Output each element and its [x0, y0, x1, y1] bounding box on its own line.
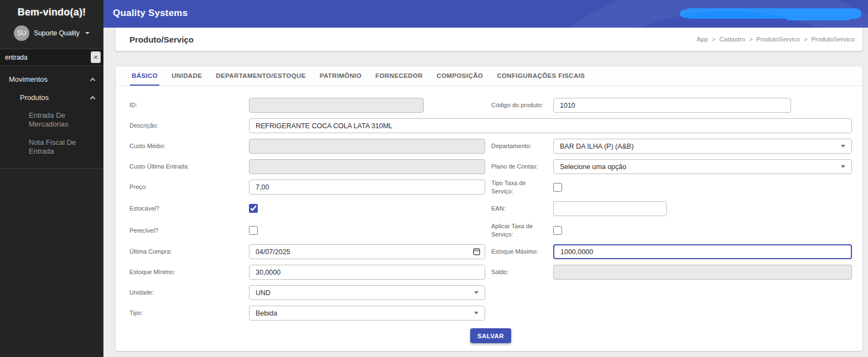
- calendar-icon[interactable]: [473, 248, 480, 255]
- tipo-taxa-servico-label: Tipo Taxa de Serviço:: [491, 179, 553, 196]
- sidebar-item-movimentos[interactable]: Movimentos: [0, 70, 103, 88]
- aplicar-taxa-servico-checkbox[interactable]: [553, 226, 562, 235]
- breadcrumb-item[interactable]: Cadastro: [719, 36, 745, 43]
- basico-form: ID: Código do produto: Descrição: Custo …: [116, 86, 862, 343]
- form-actions: SALVAR: [129, 328, 852, 343]
- top-navbar: Quality Systems: [103, 0, 868, 28]
- selected-value: BAR DA ILHA (P) (A&B): [560, 143, 633, 150]
- main-area: Quality Systems Produto/Serviço App > Ca…: [103, 0, 868, 357]
- aplicar-taxa-servico-label: Aplicar Taxa de Serviço:: [491, 222, 553, 239]
- date-value[interactable]: 04/07/2025: [249, 244, 485, 259]
- estoque-minimo-field[interactable]: [249, 265, 485, 280]
- ean-field[interactable]: [553, 201, 667, 216]
- menu-label: Produtos: [20, 93, 49, 102]
- estoque-maximo-label: Estoque Máximo:: [491, 248, 553, 256]
- tab-unidade[interactable]: UNIDADE: [170, 66, 204, 86]
- form-row: Estocável? EAN:: [129, 197, 852, 219]
- chevron-up-icon: [90, 77, 96, 83]
- menu-label: Movimentos: [9, 75, 48, 83]
- save-button[interactable]: SALVAR: [470, 328, 511, 343]
- breadcrumb-item[interactable]: App: [697, 36, 708, 43]
- selected-value: UND: [256, 289, 271, 297]
- dropdown-caret-icon: [474, 291, 479, 294]
- dropdown-caret-icon: [841, 145, 845, 148]
- sidebar-item-entrada-de-mercadorias[interactable]: Entrada De Mercadorias: [0, 107, 94, 134]
- tab-basico[interactable]: BÁSICO: [130, 66, 159, 86]
- descricao-field[interactable]: [249, 118, 852, 133]
- departamento-select[interactable]: BAR DA ILHA (P) (A&B): [553, 139, 852, 154]
- saldo-field: [553, 265, 852, 280]
- tab-fornecedor[interactable]: FORNECEDOR: [374, 66, 425, 86]
- tab-departamento-estoque[interactable]: DEPARTAMENTO/ESTOQUE: [214, 66, 307, 86]
- product-form-card: BÁSICO UNIDADE DEPARTAMENTO/ESTOQUE PATR…: [116, 66, 862, 351]
- user-caret-icon: [85, 32, 90, 34]
- search-input[interactable]: [5, 54, 91, 61]
- id-field: [249, 98, 424, 113]
- plano-de-contas-select[interactable]: Selecione uma opção: [553, 159, 852, 174]
- selected-value: Selecione uma opção: [560, 163, 626, 171]
- custo-ultima-entrada-field: [249, 159, 485, 174]
- sidebar-search: ×: [0, 49, 103, 66]
- ultima-compra-datefield[interactable]: 04/07/2025: [249, 244, 485, 259]
- sidebar-menu: Movimentos Produtos Entrada De Mercadori…: [0, 66, 103, 169]
- welcome-text: Bem-vindo(a)!: [4, 7, 99, 18]
- estoque-maximo-field[interactable]: [553, 244, 852, 259]
- page-header-card: Produto/Serviço App > Cadastro > Produto…: [116, 28, 862, 51]
- perecivel-label: Perecível?: [129, 227, 249, 235]
- clear-search-icon[interactable]: ×: [91, 51, 101, 63]
- form-row: Custo Médio: Departamento: BAR DA ILHA (…: [129, 136, 852, 156]
- tab-configuracoes-fiscais[interactable]: CONFIGURAÇÕES FISCAIS: [495, 66, 586, 86]
- custo-ultima-entrada-label: Custo Última Entrada:: [129, 162, 249, 171]
- form-row: Preço: Tipo Taxa de Serviço:: [129, 177, 852, 197]
- ean-label: EAN:: [491, 204, 553, 213]
- preco-field[interactable]: [249, 180, 485, 195]
- breadcrumb-item[interactable]: ProdutoServico: [811, 36, 855, 43]
- form-row: Custo Última Entrada: Plano de Contas: S…: [129, 156, 852, 177]
- unidade-select[interactable]: UND: [249, 285, 485, 300]
- breadcrumb-separator: >: [804, 36, 807, 43]
- id-label: ID:: [129, 101, 249, 109]
- breadcrumb-item[interactable]: ProdutoServico: [756, 36, 800, 43]
- descricao-label: Descrição:: [129, 122, 249, 130]
- form-tabs: BÁSICO UNIDADE DEPARTAMENTO/ESTOQUE PATR…: [116, 66, 862, 86]
- sidebar-item-nota-fiscal-de-entrada[interactable]: Nota Fiscal De Entrada: [0, 134, 89, 161]
- form-row: Tipo: Bebida: [129, 303, 852, 323]
- dropdown-caret-icon: [474, 312, 479, 314]
- app-root: Bem-vindo(a)! SU Suporte Quality × Movim…: [0, 0, 868, 357]
- app-title: Quality Systems: [113, 8, 188, 19]
- tab-patrimonio[interactable]: PATRIMÔNIO: [318, 66, 363, 86]
- form-row: ID: Código do produto:: [129, 95, 852, 116]
- breadcrumb-separator: >: [749, 36, 752, 43]
- unidade-label: Unidade:: [129, 288, 249, 297]
- sidebar-footer-space: [0, 169, 103, 357]
- dropdown-caret-icon: [841, 165, 845, 168]
- codigo-field[interactable]: [553, 98, 791, 113]
- estoque-minimo-label: Estoque Mínimo:: [129, 268, 249, 276]
- preco-label: Preço:: [129, 183, 249, 191]
- ultima-compra-label: Última Compra:: [129, 248, 249, 256]
- chevron-up-icon: [90, 96, 96, 101]
- estocavel-checkbox[interactable]: [249, 204, 258, 213]
- perecivel-checkbox[interactable]: [249, 226, 258, 235]
- custo-medio-field: [249, 139, 485, 154]
- redaction-scribble: [684, 8, 861, 19]
- breadcrumb: App > Cadastro > ProdutoServico > Produt…: [697, 36, 855, 43]
- custo-medio-label: Custo Médio:: [129, 142, 249, 150]
- tab-composicao[interactable]: COMPOSIÇÃO: [435, 66, 485, 86]
- sidebar-header: Bem-vindo(a)! SU Suporte Quality: [0, 0, 103, 49]
- estocavel-label: Estocável?: [129, 204, 249, 213]
- selected-value: Bebida: [256, 309, 277, 317]
- breadcrumb-separator: >: [712, 36, 715, 43]
- form-row: Unidade: UND: [129, 282, 852, 303]
- departamento-label: Departamento:: [491, 142, 553, 150]
- tipo-taxa-servico-checkbox[interactable]: [553, 183, 562, 192]
- form-row: Última Compra: 04/07/2025: [129, 242, 852, 262]
- sidebar-item-produtos[interactable]: Produtos: [0, 88, 103, 107]
- user-name: Suporte Quality: [34, 29, 80, 37]
- page-title: Produto/Serviço: [129, 35, 194, 44]
- content-area: Produto/Serviço App > Cadastro > Produto…: [103, 28, 868, 357]
- avatar: SU: [14, 25, 29, 41]
- user-menu[interactable]: SU Suporte Quality: [4, 25, 99, 41]
- saldo-label: Saldo:: [491, 268, 553, 276]
- tipo-select[interactable]: Bebida: [249, 306, 485, 321]
